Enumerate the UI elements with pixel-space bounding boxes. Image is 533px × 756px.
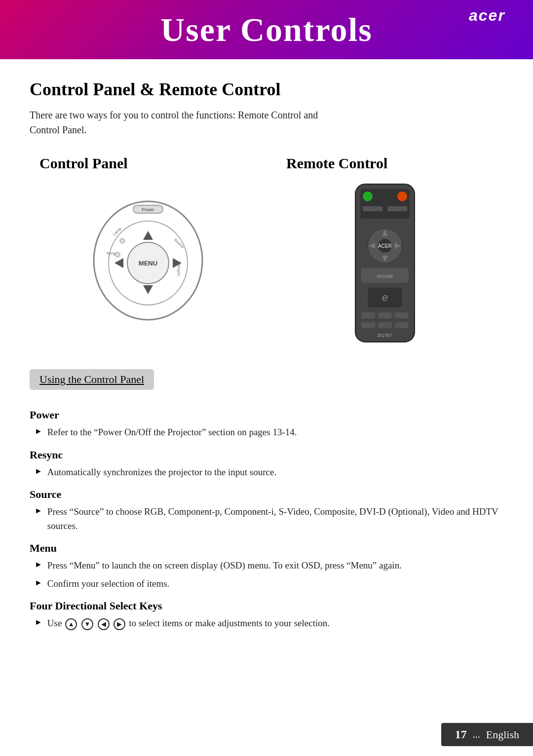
- svg-text:Temp: Temp: [106, 251, 116, 256]
- main-content: Control Panel & Remote Control There are…: [0, 59, 533, 664]
- using-control-panel-section: Using the Control Panel Power ► Refer to…: [30, 369, 503, 631]
- footer: 17 ... English: [0, 713, 533, 756]
- svg-rect-37: [361, 322, 375, 328]
- control-panel-section: Control Panel MENU Power: [30, 155, 266, 349]
- svg-text:Resync: Resync: [177, 263, 181, 276]
- svg-marker-6: [143, 285, 153, 294]
- svg-rect-21: [363, 206, 382, 211]
- item-title-directional: Four Directional Select Keys: [30, 600, 503, 612]
- bullet-item: ► Confirm your selection of items.: [30, 577, 503, 591]
- svg-text:acer: acer: [378, 331, 393, 339]
- bullet-item: ► Use ▲ ▼ ◀ ▶ to select items or make ad…: [30, 616, 503, 631]
- subsection-header: Using the Control Panel: [30, 369, 154, 390]
- bullet-text-directional: Use ▲ ▼ ◀ ▶ to select items or make adju…: [47, 616, 330, 631]
- control-panel-label: Control Panel: [30, 155, 128, 172]
- bullet-item: ► Automatically synchronizes the project…: [30, 465, 503, 480]
- svg-rect-22: [387, 206, 407, 211]
- bullet-item: ► Refer to the “Power On/Off the Project…: [30, 425, 503, 440]
- bullet-text: Automatically synchronizes the projector…: [47, 465, 276, 480]
- svg-point-11: [120, 238, 125, 243]
- svg-marker-5: [143, 231, 153, 240]
- item-title-power: Power: [30, 409, 503, 421]
- svg-rect-38: [378, 322, 392, 328]
- section-title: Control Panel & Remote Control: [30, 79, 503, 100]
- bullet-text: Press “Source” to choose RGB, Component-…: [47, 505, 503, 533]
- language-label: English: [486, 728, 519, 741]
- remote-control-section: Remote Control ACER: [266, 155, 503, 349]
- item-title-resync: Resync: [30, 449, 503, 461]
- svg-rect-34: [361, 312, 375, 318]
- svg-rect-39: [395, 322, 409, 328]
- bullet-arrow-icon: ►: [35, 467, 42, 476]
- control-panel-diagram: MENU Power Lamp Temp Source: [79, 182, 217, 330]
- intro-text: There are two ways for you to control th…: [30, 108, 326, 137]
- dots: ...: [473, 729, 480, 740]
- remote-control-label: Remote Control: [266, 155, 387, 172]
- item-title-source: Source: [30, 488, 503, 501]
- bullet-arrow-icon: ►: [35, 427, 42, 436]
- item-title-menu: Menu: [30, 542, 503, 555]
- bullet-text: Confirm your selection of items.: [47, 577, 169, 591]
- remote-control-diagram: ACER MOUSE e acer: [341, 182, 429, 349]
- svg-point-20: [397, 191, 407, 201]
- panels-container: Control Panel MENU Power: [30, 155, 503, 349]
- page-title: User Controls: [160, 10, 373, 49]
- down-button-icon: ▼: [81, 618, 93, 630]
- page-number: 17: [455, 728, 467, 741]
- svg-text:MENU: MENU: [139, 260, 157, 267]
- svg-text:Lamp: Lamp: [112, 227, 122, 237]
- up-button-icon: ▲: [65, 618, 77, 630]
- header-bar: acer User Controls: [0, 0, 533, 59]
- bullet-item: ► Press “Menu” to launch the on screen d…: [30, 559, 503, 573]
- bullet-arrow-icon: ►: [35, 618, 42, 627]
- svg-text:MOUSE: MOUSE: [377, 274, 393, 279]
- bullet-arrow-icon: ►: [35, 506, 42, 515]
- bullet-text: Refer to the “Power On/Off the Projector…: [47, 425, 297, 440]
- acer-logo: acer: [469, 6, 513, 27]
- bullet-arrow-icon: ►: [35, 578, 42, 587]
- svg-text:e: e: [382, 291, 388, 303]
- svg-text:Power: Power: [142, 207, 154, 212]
- svg-text:acer: acer: [469, 6, 505, 24]
- svg-point-19: [363, 191, 373, 201]
- bullet-item: ► Press “Source” to choose RGB, Componen…: [30, 505, 503, 533]
- left-button-icon: ◀: [98, 618, 110, 630]
- svg-marker-7: [114, 258, 123, 268]
- svg-text:ACER: ACER: [378, 243, 392, 249]
- bullet-text: Press “Menu” to launch the on screen dis…: [47, 559, 402, 573]
- page-number-badge: 17 ... English: [441, 723, 533, 746]
- bullet-arrow-icon: ►: [35, 560, 42, 569]
- svg-rect-35: [378, 312, 392, 318]
- svg-rect-36: [395, 312, 409, 318]
- right-button-icon: ▶: [114, 618, 125, 630]
